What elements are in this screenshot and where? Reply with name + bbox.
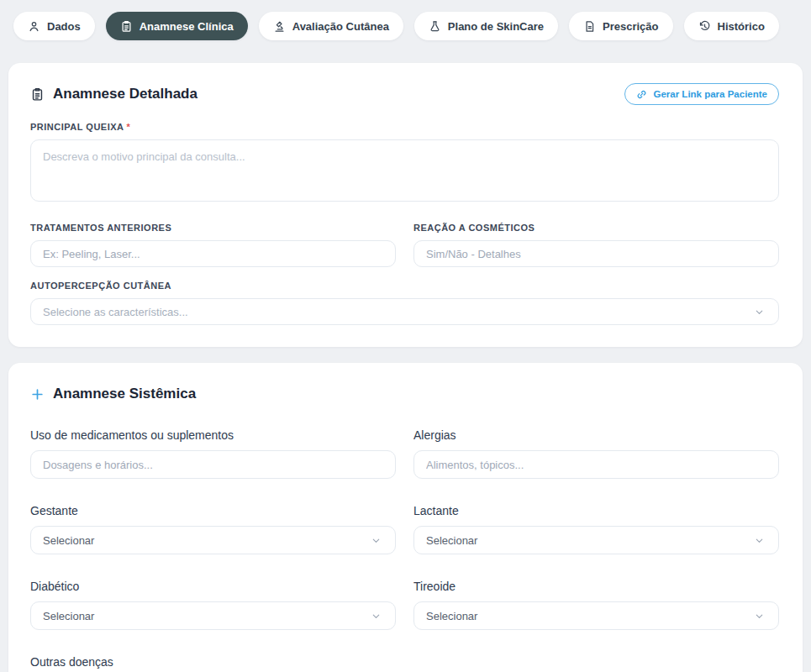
tireoide-select[interactable]: Selecionar xyxy=(413,601,779,630)
card-title: Anamnese Detalhada xyxy=(30,86,197,102)
tab-bar: Dados Anamnese Clínica Avaliação Cutânea… xyxy=(0,0,811,40)
tab-historico[interactable]: Histórico xyxy=(684,12,779,40)
select-value: Selecionar xyxy=(426,534,477,547)
diabetico-group: Diabético Selecionar xyxy=(30,580,396,630)
anamnese-sistemica-card: Anamnese Sistêmica Uso de medicamentos o… xyxy=(8,363,803,672)
lactante-group: Lactante Selecionar xyxy=(413,504,779,554)
link-icon xyxy=(636,89,647,100)
tab-label: Histórico xyxy=(718,20,765,33)
generate-link-button[interactable]: Gerar Link para Paciente xyxy=(624,83,779,105)
autopercepcao-cutanea-select[interactable]: Selecione as características... xyxy=(30,298,779,325)
tab-label: Plano de SkinCare xyxy=(448,20,544,33)
tratamentos-anteriores-input[interactable] xyxy=(30,240,396,267)
diabetico-select[interactable]: Selecionar xyxy=(30,601,396,630)
card-title-text: Anamnese Sistêmica xyxy=(53,386,196,402)
tab-prescricao[interactable]: Prescrição xyxy=(569,12,673,40)
tab-label: Anamnese Clínica xyxy=(140,20,234,33)
user-icon xyxy=(28,20,40,33)
gestante-select[interactable]: Selecionar xyxy=(30,526,396,554)
tab-dados[interactable]: Dados xyxy=(13,12,95,40)
autopercepcao-cutanea-label: AUTOPERCEPÇÃO CUTÂNEA xyxy=(30,281,779,291)
chevron-down-icon xyxy=(754,535,765,546)
tab-label: Dados xyxy=(47,20,81,33)
medicamentos-group: Uso de medicamentos ou suplementos xyxy=(30,428,396,479)
flask-icon xyxy=(429,20,441,33)
anamnese-detalhada-card: Anamnese Detalhada Gerar Link para Pacie… xyxy=(8,63,803,347)
outras-doencas-label: Outras doenças xyxy=(30,655,779,669)
reacao-cosmeticos-label: REAÇÃO A COSMÉTICOS xyxy=(413,223,779,233)
chevron-down-icon xyxy=(371,535,382,546)
tab-plano-skincare[interactable]: Plano de SkinCare xyxy=(414,12,558,40)
tab-avaliacao-cutanea[interactable]: Avaliação Cutânea xyxy=(259,12,403,40)
reacao-cosmeticos-group: REAÇÃO A COSMÉTICOS xyxy=(413,223,779,267)
medicamentos-label: Uso de medicamentos ou suplementos xyxy=(30,428,396,442)
medicamentos-input[interactable] xyxy=(30,450,396,479)
reacao-cosmeticos-input[interactable] xyxy=(413,240,779,267)
gestante-group: Gestante Selecionar xyxy=(30,504,396,554)
principal-queixa-label: PRINCIPAL QUEIXA* xyxy=(30,122,779,132)
history-icon xyxy=(698,20,711,33)
principal-queixa-textarea[interactable] xyxy=(30,139,779,202)
chevron-down-icon xyxy=(754,307,765,318)
select-value: Selecionar xyxy=(43,610,94,622)
tab-label: Prescrição xyxy=(603,20,659,33)
tireoide-group: Tireoide Selecionar xyxy=(413,580,779,630)
select-value: Selecionar xyxy=(426,610,477,622)
alergias-label: Alergias xyxy=(413,428,779,442)
required-asterisk: * xyxy=(127,122,131,132)
card-title-text: Anamnese Detalhada xyxy=(53,86,197,102)
microscope-icon xyxy=(273,20,286,33)
tab-anamnese-clinica[interactable]: Anamnese Clínica xyxy=(106,12,248,40)
document-icon xyxy=(583,20,596,33)
chevron-down-icon xyxy=(754,611,765,622)
tab-label: Avaliação Cutânea xyxy=(292,20,389,33)
tratamentos-anteriores-label: TRATAMENTOS ANTERIORES xyxy=(30,223,396,233)
gestante-label: Gestante xyxy=(30,504,396,517)
plus-icon xyxy=(30,387,45,402)
main-content: Anamnese Detalhada Gerar Link para Pacie… xyxy=(0,63,811,672)
diabetico-label: Diabético xyxy=(30,580,396,593)
card-header: Anamnese Detalhada Gerar Link para Pacie… xyxy=(30,83,779,105)
clipboard-icon xyxy=(30,87,45,102)
alergias-input[interactable] xyxy=(413,450,779,479)
select-value: Selecionar xyxy=(43,534,94,547)
tratamentos-anteriores-group: TRATAMENTOS ANTERIORES xyxy=(30,223,396,267)
card-title: Anamnese Sistêmica xyxy=(30,386,196,402)
tireoide-label: Tireoide xyxy=(413,580,779,593)
chevron-down-icon xyxy=(371,611,382,622)
alergias-group: Alergias xyxy=(413,428,779,479)
lactante-label: Lactante xyxy=(413,504,779,517)
lactante-select[interactable]: Selecionar xyxy=(413,526,779,554)
generate-link-label: Gerar Link para Paciente xyxy=(653,89,767,99)
clipboard-icon xyxy=(120,20,133,33)
select-placeholder: Selecione as características... xyxy=(43,306,188,318)
